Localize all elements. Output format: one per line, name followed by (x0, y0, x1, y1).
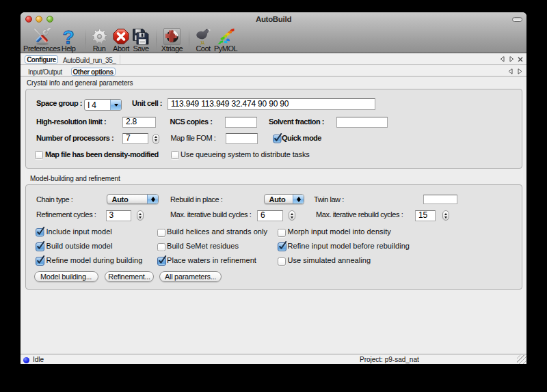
svg-text:?: ? (62, 27, 74, 46)
